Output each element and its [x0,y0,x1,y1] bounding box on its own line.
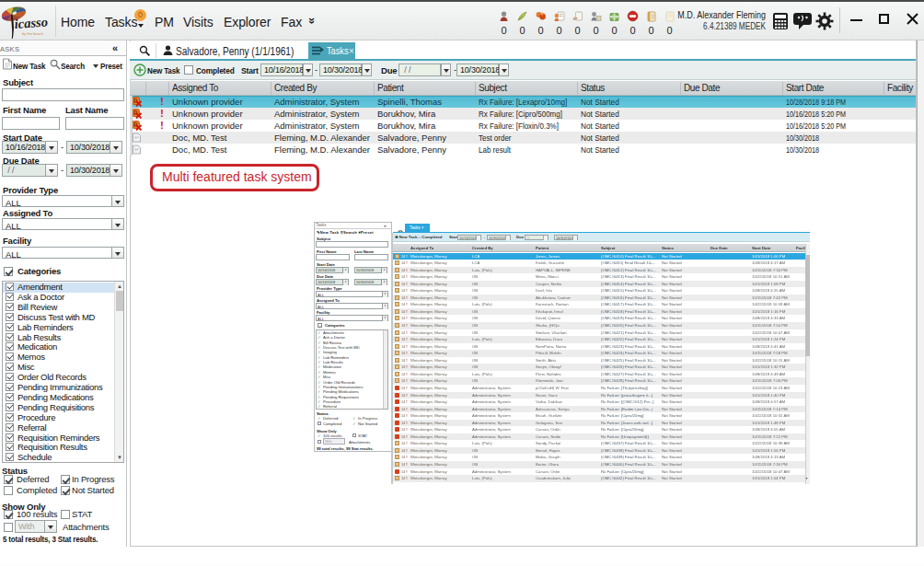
svg-text:icasso: icasso [14,15,48,31]
svg-text:by the beach: by the beach [22,31,43,36]
